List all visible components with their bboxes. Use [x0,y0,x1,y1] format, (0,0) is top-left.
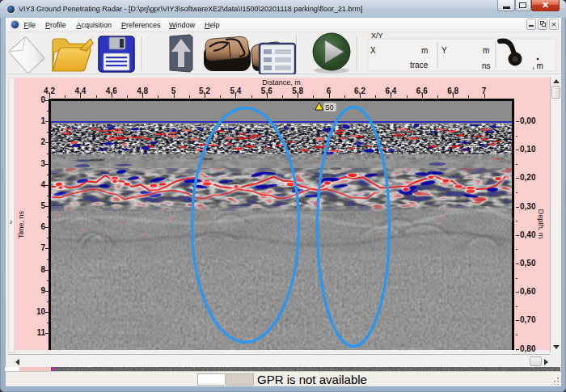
svg-text:trace: trace [410,61,429,70]
svg-text:m: m [483,46,489,55]
svg-text:Y: Y [441,46,447,55]
svg-text:X/Y: X/Y [371,32,383,40]
svg-text:m: m [421,46,428,55]
svg-text:X: X [370,46,376,55]
svg-text:S0: S0 [325,103,334,111]
svg-text:ns: ns [482,61,491,70]
svg-text:, m: , m [532,61,543,70]
